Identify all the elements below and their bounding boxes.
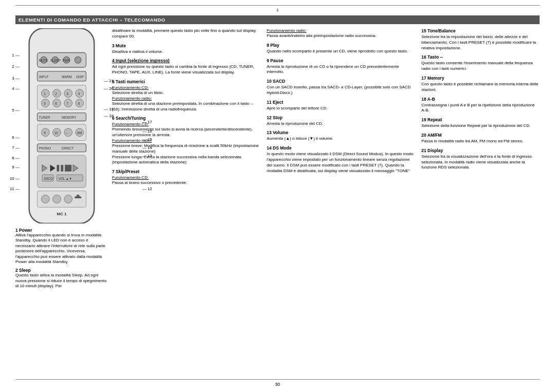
svg-rect-49 [61,165,63,172]
section-memory: 17 Memory Con questo tasto è possibile r… [421,76,540,93]
stop-title: 12 Stop [267,115,415,120]
sacd-title: 10 SACD [267,79,415,84]
desc-power-title: 1 Power [15,228,108,233]
label-20: — 20 [104,86,114,91]
page-wrapper: 1 ELEMENTI DI COMANDO ED ATTACCHI – TELE… [0,0,555,392]
right-column: 15 Tone/Balance Selezione tra la imposta… [421,28,540,377]
section-volume: 13 Volume Aumenta (▲) o riduce (▼) il vo… [267,130,415,142]
pause-text: Arresta la riproduzione di un CD o fa ri… [267,64,415,76]
tasto-title: 16 Tasto -- [421,54,540,60]
section-pause: 9 Pause Arresta la riproduzione di un CD… [267,58,415,76]
sacd-text: Con un SACD inserito, passa tra SACD- e … [267,85,415,96]
desc-sleep-title: 2 Sleep [15,268,108,273]
svg-point-5 [75,57,81,63]
svg-text:9: 9 [44,131,46,135]
tone-balance-title: 15 Tone/Balance [421,28,540,33]
search-tuning-title: 6 Search/Tuning [112,116,261,121]
am-fm-text: Passa in modalità radio tra AM, FM mono … [421,139,540,144]
section-tasto: 16 Tasto -- Questo tasto consente l'inse… [421,54,540,72]
left-column: 1 — 2 — 3 — 4 — 5 — 6 — 7 — 8 — 9 — 10 —… [15,28,108,377]
section-a-b: 18 A-B Contrassegna i punti A e B per la… [421,97,540,114]
svg-text:6: 6 [55,102,57,105]
tasti-num-title: 5 Tasti numerici [112,79,261,84]
label-15: — 15 [142,137,152,142]
mute-title: 3 Mute [112,43,261,48]
display-title: 21 Display [421,148,540,153]
tasti-num-sub2: Funzionamento radio: [112,96,261,101]
svg-text:SACD: SACD [44,177,53,180]
section-stop: 12 Stop Arresta la riproduzione del CD. [267,115,415,127]
header-title: ELEMENTI DI COMANDO ED ATTACCHI – TELECO… [18,17,165,23]
svg-text:3: 3 [67,92,69,96]
label-21: — 21 [104,79,114,83]
label-19: — 19 [104,107,114,111]
svg-text:PWR: PWR [63,59,70,62]
remote-left-labels: 1 — 2 — 3 — 4 — 5 — 6 — 7 — 8 — 9 — 10 —… [6,28,20,223]
page-number-bottom: 30 [15,379,540,387]
label-9: 9 — [12,165,20,170]
svg-rect-50 [65,165,71,172]
play-title: 8 Play [267,43,415,48]
desc-power: 1 Power Attiva l'apparecchio quando si t… [15,228,108,265]
svg-text:MEMORY: MEMORY [62,116,77,119]
eject-text: Apre lo scomparto del lettore CD. [267,106,415,111]
label-3: 3 — [12,76,20,81]
label-13: — 13 [142,154,152,158]
svg-text:WARM: WARM [62,75,72,79]
label-12: — 12 [142,186,152,191]
ds-mode-title: 14 DS Mode [267,145,415,151]
input-title: 4 Input (selezione ingresso) [112,58,261,63]
section-funz-radio-skip: Funzionamento radio: Passa avanti/indiet… [267,28,415,39]
skip-preset-title: 7 Skip/Preset [112,169,261,174]
section-input: 4 Input (selezione ingresso) Ad ogni pre… [112,58,261,76]
label-10: 10 — [10,176,20,181]
svg-text:AM: AM [77,131,82,135]
svg-point-58 [53,195,61,203]
input-text: Ad ogni pressione su questo tasto si cam… [112,64,261,76]
svg-text:DIRECT: DIRECT [62,146,74,150]
skip-cd-sub: Funzionamento CD: [112,175,261,180]
svg-rect-61 [75,197,81,198]
main-content: 1 — 2 — 3 — 4 — 5 — 6 — 7 — 8 — 9 — 10 —… [15,28,540,377]
svg-text:PHONO: PHONO [39,146,51,150]
label-18: — 18 [104,114,114,118]
tone-balance-text: Selezione tra la impostazione dei bassi,… [421,34,540,51]
section-ds-mode: 14 DS Mode In questo modo viene visualiz… [267,145,415,174]
section-mute: 3 Mute Disattiva e riattiva il volume. [112,43,261,55]
ds-mode-text: In questo modo viene visualizzato il DSM… [267,152,415,174]
label-6: 6 — [12,135,20,140]
mute-text: Disattiva e riattiva il volume. [112,49,261,55]
tasti-num-sub2-text: Selezione diretta di una stazione preimp… [112,101,261,113]
display-text: Selezione tra la visualizzazione dell'or… [421,154,540,171]
svg-point-59 [64,195,72,203]
top-page-num: 1 [276,8,279,12]
eject-title: 11 Eject [267,100,415,105]
label-1: 1 — [12,53,20,58]
svg-text:4: 4 [78,92,80,96]
label-16: — 16 [142,129,152,134]
tasto-text: Questo tasto consente l'inserimento manu… [421,61,540,72]
section-tasti-num: 5 Tasti numerici Funzionamento CD: Selez… [112,79,261,112]
section-sacd: 10 SACD Con un SACD inserito, passa tra … [267,79,415,96]
tasti-num-sub1: Funzionamento CD: [112,85,261,90]
a-b-text: Contrassegna i punti A e B per la ripeti… [421,103,540,114]
section-display: 21 Display Selezione tra la visualizzazi… [421,148,540,171]
funz-radio-sub: Funzionamento radio: [267,28,415,33]
mid-left-column: disattivare la modalità, premere questo … [112,28,263,377]
mid-right-column: Funzionamento radio: Passa avanti/indiet… [267,28,417,377]
label-7: 7 — [12,145,20,150]
volume-title: 13 Volume [267,130,415,135]
label-11: 11 — [10,186,20,191]
svg-text:DISP: DISP [77,75,84,79]
label-5: 5 — [12,108,20,113]
funz-radio-text: Passa avanti/indietro alla preimpostazio… [267,33,415,39]
repeat-text: Selezione della funzione Repeat per la r… [421,123,540,129]
svg-text:8: 8 [78,102,80,105]
section-am-fm: 20 AM/FM Passa in modalità radio tra AM,… [421,133,540,144]
desc-power-text: Attiva l'apparecchio quando si trova in … [15,233,108,265]
search-cd-sub: Funzionamento CD: [112,122,261,126]
svg-text:SLEEP: SLEEP [50,59,61,62]
page-number-top: 1 [15,5,540,12]
repeat-title: 19 Repeat [421,117,540,122]
pause-title: 9 Pause [267,58,415,63]
